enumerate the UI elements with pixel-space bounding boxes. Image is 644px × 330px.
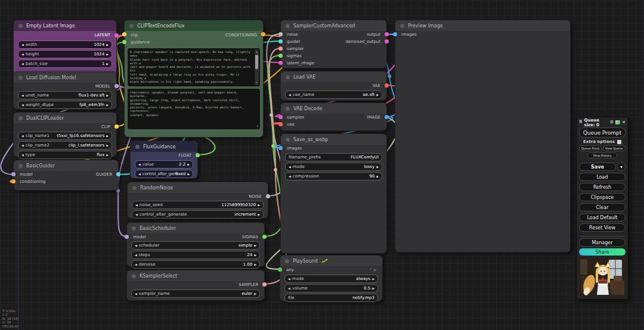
input-slot-images[interactable] [393, 32, 397, 36]
input-slot-guider[interactable] [278, 39, 283, 43]
collapse-dot-icon[interactable] [18, 116, 23, 120]
increment-arrow-icon[interactable]: ▶ [372, 287, 374, 290]
node-vae-decode[interactable]: VAE Decode samplesIMAGE vae [280, 102, 387, 131]
widget-scheduler[interactable]: ◀schedulersimple▶ [131, 241, 260, 250]
output-slot-image[interactable] [385, 115, 389, 119]
input-slot-vae[interactable] [278, 122, 283, 126]
decrement-arrow-icon[interactable]: ◀ [135, 204, 138, 207]
increment-arrow-icon[interactable]: ▶ [106, 63, 109, 66]
input-slot-any[interactable] [278, 267, 282, 272]
collapse-dot-icon[interactable] [18, 164, 23, 168]
input-slot-conditioning[interactable] [11, 179, 16, 183]
resize-grid-icon[interactable]: ⊞ [373, 267, 376, 272]
widget-file[interactable]: filenotify.mp3 [284, 294, 378, 302]
decrement-arrow-icon[interactable]: ◀ [21, 63, 24, 66]
widget-weight-dtype[interactable]: ◀weight_dtypefp8_e4m3fn▶ [18, 101, 112, 109]
node-title-bar[interactable]: Preview Image [395, 20, 570, 31]
increment-arrow-icon[interactable]: ▶ [187, 163, 190, 166]
node-load-vae[interactable]: Load VAE VAE ◀vae_nameae.sft▶ [280, 71, 387, 101]
node-ksampler-select[interactable]: KSamplerSelect SAMPLER ◀sampler_nameeule… [126, 270, 265, 301]
refresh-button[interactable]: Refresh [579, 183, 626, 191]
output-slot-noise[interactable] [266, 194, 270, 198]
node-clip-text-encode-flux[interactable]: CLIPTextEncodeFlux clip CONDITIONING gui… [124, 20, 264, 138]
widget-vae-name[interactable]: ◀vae_nameae.sft▶ [285, 91, 382, 99]
decrement-arrow-icon[interactable]: ◀ [288, 278, 290, 281]
increment-arrow-icon[interactable]: ▶ [372, 278, 374, 281]
increment-arrow-icon[interactable]: ▶ [376, 175, 379, 178]
widget-clip-name1[interactable]: ◀clip_name1t5xxl_fp16.safetensors▶ [18, 132, 112, 140]
input-slot-model[interactable] [11, 172, 16, 176]
queue-preview-thumbnail[interactable] [579, 258, 626, 296]
output-slot-clip[interactable] [114, 124, 119, 129]
widget-value[interactable]: ◀value2.2▶ [135, 160, 193, 169]
widget-mode[interactable]: ◀modealways▶ [284, 275, 378, 283]
node-flux-guidance[interactable]: FluxGuidance FLOAT ◀value2.2▶ ◀control_a… [130, 141, 198, 179]
clipspace-button[interactable]: Clipspace [579, 193, 626, 201]
decrement-arrow-icon[interactable]: ◀ [138, 173, 141, 176]
widget-sampler-name[interactable]: ◀sampler_nameeuler▶ [131, 289, 260, 298]
node-basic-guider[interactable]: BasicGuider model GUIDER conditioning [13, 160, 119, 191]
increment-arrow-icon[interactable]: ▶ [258, 213, 260, 216]
output-slot-conditioning[interactable] [261, 32, 265, 36]
scroll-up-icon[interactable]: ▲ [255, 50, 259, 54]
decrement-arrow-icon[interactable]: ◀ [21, 144, 24, 147]
increment-arrow-icon[interactable]: ▶ [376, 94, 379, 96]
extra-options-checkbox[interactable] [617, 140, 621, 144]
widget-steps[interactable]: ◀steps24▶ [131, 251, 260, 259]
comfyui-canvas[interactable]: Empty Latent Image LATENT ◀width1024▶ ◀h… [0, 0, 644, 330]
scrollbar-thumb[interactable] [255, 55, 258, 69]
increment-arrow-icon[interactable]: ▶ [376, 166, 379, 169]
collapse-dot-icon[interactable] [286, 24, 290, 28]
widget-unet-name[interactable]: ◀unet_nameflux1-dev.sft▶ [18, 91, 112, 99]
drag-handle-icon[interactable]: ⠿ [579, 120, 582, 124]
collapse-dot-icon[interactable] [400, 24, 404, 28]
decrement-arrow-icon[interactable]: ◀ [21, 94, 24, 97]
decrement-arrow-icon[interactable]: ◀ [289, 175, 291, 178]
output-slot-sigmas[interactable] [262, 235, 267, 239]
increment-arrow-icon[interactable]: ▶ [106, 94, 109, 97]
input-slot-guidance[interactable] [122, 40, 126, 44]
settings-gear-icon[interactable]: ⚙ [610, 120, 614, 124]
close-icon[interactable]: × [622, 120, 626, 124]
collapse-dot-icon[interactable] [286, 107, 290, 111]
input-slot-sampler[interactable] [278, 46, 283, 51]
decrement-arrow-icon[interactable]: ◀ [288, 287, 290, 290]
output-slot-sampler[interactable] [262, 282, 267, 287]
increment-arrow-icon[interactable]: ▶ [106, 43, 109, 46]
input-slot-model[interactable] [125, 235, 129, 239]
increment-arrow-icon[interactable]: ▶ [106, 53, 109, 56]
output-slot-latent[interactable] [114, 33, 119, 38]
scrollbar[interactable]: ▲▼ [255, 49, 259, 85]
node-load-diffusion-model[interactable]: Load Diffusion Model MODEL ◀unet_nameflu… [13, 71, 117, 110]
increment-arrow-icon[interactable]: ▶ [254, 263, 256, 266]
view-history-button[interactable]: View History [587, 152, 617, 158]
widget-control-after-generate[interactable]: ◀control_after_genefixed▶ [135, 170, 193, 178]
node-dual-clip-loader[interactable]: DualCLIPLoader CLIP ◀clip_name1t5xxl_fp1… [13, 112, 117, 157]
share-button[interactable]: Share [579, 248, 626, 256]
increment-arrow-icon[interactable]: ▶ [254, 292, 256, 295]
collapse-dot-icon[interactable] [286, 138, 290, 142]
node-title-bar[interactable]: VAE Decode [281, 103, 386, 114]
reset-view-button[interactable]: Reset View [579, 223, 626, 232]
decrement-arrow-icon[interactable]: ◀ [135, 244, 137, 247]
widget-filename-prefix[interactable]: filename_prefixFLUXComfyUI [285, 153, 382, 161]
decrement-arrow-icon[interactable]: ◀ [21, 135, 24, 138]
node-title-bar[interactable]: DualCLIPLoader [14, 113, 116, 123]
output-slot-denoised-output[interactable] [385, 39, 389, 43]
input-slot-noise[interactable] [278, 32, 283, 36]
node-title-bar[interactable]: BasicGuider [14, 160, 118, 171]
input-slot-sigmas[interactable] [278, 54, 283, 58]
decrement-arrow-icon[interactable]: ◀ [135, 254, 137, 257]
node-title-bar[interactable]: SamplerCustomAdvanced [281, 20, 386, 31]
node-preview-image[interactable]: Preview Image images [395, 20, 571, 253]
manager-button[interactable]: Manager [579, 238, 626, 247]
collapse-dot-icon[interactable] [132, 186, 137, 190]
queue-prompt-button[interactable]: Queue Prompt [579, 127, 626, 138]
widget-denoise[interactable]: ◀denoise1.00▶ [131, 260, 260, 269]
input-slot-latent-image[interactable] [278, 61, 283, 65]
increment-arrow-icon[interactable]: ▶ [258, 204, 260, 207]
widget-batch-size[interactable]: ◀batch_size1▶ [18, 60, 112, 68]
collapse-dot-icon[interactable] [129, 24, 134, 28]
decrement-arrow-icon[interactable]: ◀ [21, 53, 24, 56]
load-default-button[interactable]: Load Default [579, 213, 626, 222]
